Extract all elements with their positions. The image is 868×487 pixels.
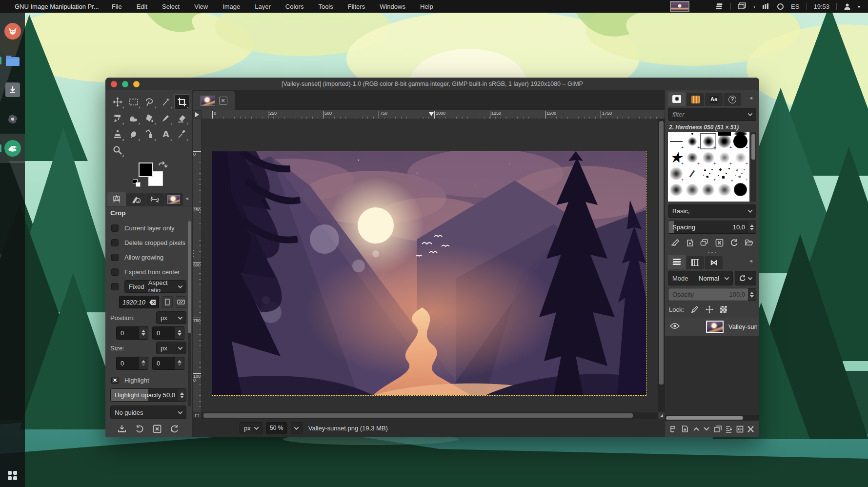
lock-position-icon[interactable] — [706, 305, 713, 313]
checkbox[interactable] — [111, 268, 119, 276]
session-chevron-icon[interactable]: ▾ — [858, 4, 860, 9]
brush-thumbnail[interactable]: + — [668, 133, 684, 149]
fuzzy-select-tool-button[interactable] — [158, 94, 173, 109]
quick-mask-toggle-button[interactable] — [193, 412, 202, 419]
lock-pixels-icon[interactable] — [691, 305, 699, 313]
tab-layers[interactable] — [668, 255, 686, 269]
checkbox[interactable] — [111, 283, 119, 290]
brush-thumbnail[interactable]: + — [715, 164, 734, 183]
position-unit-select[interactable]: px — [156, 311, 186, 324]
spinner-arrows[interactable] — [748, 221, 756, 233]
text-tool-button[interactable]: A — [158, 126, 173, 142]
layer-row-valley-sunset[interactable]: Valley-sunse — [665, 318, 759, 336]
tab-image-thumbnail[interactable] — [164, 193, 183, 206]
layer-mode-select[interactable]: Mode Normal — [668, 271, 733, 285]
option-fixed-aspect[interactable]: Fixed Aspect ratio — [110, 279, 186, 294]
restore-tool-preset-button[interactable] — [135, 425, 144, 433]
dock-separator-handle[interactable] — [668, 250, 756, 254]
tab-menu-button[interactable]: ◄ — [184, 196, 189, 201]
menu-layer[interactable]: Layer — [255, 3, 271, 10]
brush-spacing-slider[interactable]: Spacing 10,0 — [668, 221, 756, 234]
tray-expand-icon[interactable]: › — [753, 3, 755, 10]
spinner-arrows[interactable] — [139, 327, 148, 339]
bucket-fill-tool-button[interactable] — [142, 110, 157, 125]
menu-image[interactable]: Image — [222, 3, 240, 10]
vertical-scrollbar[interactable] — [658, 119, 665, 412]
brush-thumbnail[interactable]: + — [716, 149, 732, 165]
menu-select[interactable]: Select — [162, 3, 180, 10]
menu-view[interactable]: View — [194, 3, 208, 10]
brush-thumbnail[interactable]: + — [732, 133, 748, 149]
lock-alpha-icon[interactable] — [720, 306, 727, 313]
navigation-button[interactable]: ◢ — [658, 412, 665, 419]
brush-grid-scrollbar[interactable] — [750, 132, 756, 202]
brush-thumbnail[interactable]: + — [700, 165, 716, 182]
delete-layer-button[interactable] — [747, 426, 754, 433]
show-applications-button[interactable] — [0, 467, 25, 484]
menu-colors[interactable]: Colors — [285, 3, 304, 10]
tab-patterns[interactable] — [686, 93, 704, 106]
vertical-ruler[interactable]: 0 250 500 750 1000 — [193, 119, 202, 412]
dock-item-settings[interactable] — [0, 104, 25, 134]
guides-select[interactable]: No guides — [110, 406, 186, 419]
tab-menu-button[interactable]: ◄ — [748, 95, 753, 101]
user-icon[interactable] — [844, 3, 851, 10]
layer-visibility-eye-icon[interactable] — [670, 323, 680, 331]
layer-mode-switch-button[interactable] — [735, 271, 756, 285]
paintbrush-tool-button[interactable] — [158, 110, 173, 125]
tab-channels[interactable] — [686, 256, 704, 269]
tab-tool-options[interactable] — [107, 192, 126, 206]
size-width-input[interactable]: 0 — [116, 357, 148, 370]
menu-file[interactable]: File — [112, 3, 122, 10]
brush-thumbnail[interactable]: + — [732, 149, 748, 165]
brush-thumbnail-selected[interactable]: + — [700, 133, 716, 149]
size-unit-select[interactable]: px — [156, 342, 186, 354]
option-allow-growing[interactable]: Allow growing — [110, 250, 186, 264]
layers-horizontal-scrollbar[interactable] — [665, 415, 759, 421]
windows-indicator-icon[interactable] — [738, 2, 747, 10]
image-tab[interactable]: ✕ — [193, 91, 235, 110]
brush-thumbnail[interactable]: + — [684, 133, 700, 149]
foreground-color-swatch[interactable] — [139, 162, 153, 177]
brush-thumbnail[interactable]: + — [716, 133, 732, 149]
raise-layer-button[interactable] — [693, 426, 700, 431]
tab-brushes[interactable] — [668, 92, 686, 106]
layer-name[interactable]: Valley-sunse — [728, 323, 757, 330]
status-unit-select[interactable]: px — [240, 422, 262, 434]
portrait-orientation-button[interactable] — [162, 296, 173, 308]
option-current-layer-only[interactable]: Current layer only — [110, 221, 186, 235]
brush-thumbnail[interactable] — [716, 182, 732, 198]
ruler-menu-button[interactable] — [193, 110, 202, 119]
brush-thumbnail[interactable]: ★+ — [668, 149, 684, 165]
smudge-tool-button[interactable] — [126, 126, 141, 142]
minimize-window-button[interactable] — [133, 81, 140, 87]
spinner-arrows[interactable] — [175, 327, 184, 339]
ink-tool-button[interactable] — [142, 126, 157, 142]
spinner-arrows[interactable] — [178, 389, 186, 401]
brush-thumbnail[interactable]: + — [700, 149, 716, 165]
maximize-window-button[interactable] — [122, 81, 128, 87]
brush-thumbnail[interactable]: + — [732, 165, 748, 182]
edit-brush-button[interactable] — [671, 239, 680, 246]
menu-tools[interactable]: Tools — [318, 3, 333, 10]
volume-icon[interactable] — [762, 3, 770, 10]
duplicate-layer-button[interactable] — [714, 426, 722, 432]
tab-device-status[interactable] — [126, 193, 145, 206]
refresh-brushes-button[interactable] — [730, 239, 738, 246]
dock-item-downloads[interactable] — [0, 75, 25, 104]
aspect-ratio-input[interactable]: 1920:10 — [119, 296, 159, 308]
brush-thumbnail[interactable] — [684, 165, 700, 182]
horizontal-ruler[interactable]: 0 250 500 750 1000 1250 1500 1750 — [202, 110, 665, 119]
spinner-arrows[interactable] — [748, 288, 756, 301]
add-mask-button[interactable] — [736, 426, 744, 433]
tab-fonts[interactable]: Aa — [705, 93, 723, 106]
option-delete-cropped-pixels[interactable]: Delete cropped pixels — [110, 235, 186, 250]
tab-help[interactable]: ? — [724, 93, 741, 106]
duplicate-brush-button[interactable] — [700, 239, 708, 246]
eraser-tool-button[interactable] — [174, 110, 189, 125]
checkbox[interactable] — [111, 254, 119, 261]
brush-filter-input[interactable]: filter — [668, 108, 756, 121]
position-y-input[interactable]: 0 — [152, 326, 184, 340]
rectangle-select-tool-button[interactable] — [126, 94, 141, 109]
tool-options-scrollbar[interactable] — [188, 221, 191, 406]
